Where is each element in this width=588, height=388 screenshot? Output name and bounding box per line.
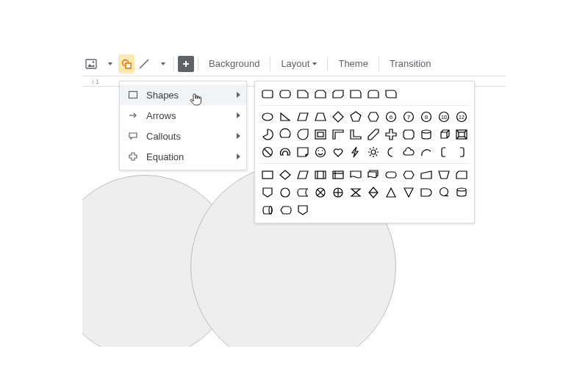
- shape-fc-connector[interactable]: [277, 184, 293, 201]
- shape-no-symbol[interactable]: [259, 144, 276, 160]
- shape-fc-document[interactable]: [348, 167, 364, 183]
- shape-block-arc[interactable]: [277, 144, 293, 160]
- shape-arc[interactable]: [418, 144, 434, 160]
- menu-item-equation[interactable]: Equation: [120, 146, 246, 167]
- shape-diagonal-stripe[interactable]: [365, 126, 381, 143]
- line-icon: [138, 58, 150, 70]
- shape-parallelogram[interactable]: [295, 109, 311, 125]
- menu-item-callouts[interactable]: Callouts: [120, 126, 246, 146]
- shape-heart[interactable]: [330, 144, 346, 160]
- shape-number-6[interactable]: 6: [383, 109, 399, 125]
- shape-number-12[interactable]: 12: [453, 109, 470, 125]
- insert-image-button[interactable]: [83, 54, 99, 73]
- svg-text:10: 10: [441, 115, 447, 120]
- shape-fc-process[interactable]: [259, 167, 276, 183]
- shape-fc-direct-storage[interactable]: [259, 202, 276, 218]
- menu-item-label: Arrows: [140, 110, 237, 121]
- svg-point-64: [457, 188, 466, 191]
- add-button[interactable]: [178, 56, 194, 72]
- shape-half-frame[interactable]: [330, 126, 346, 143]
- shape-sun[interactable]: [365, 144, 381, 160]
- toolbar-separator: [198, 57, 198, 71]
- theme-button[interactable]: Theme: [331, 54, 375, 73]
- shape-fc-connector-off[interactable]: [259, 184, 276, 201]
- shape-fc-decision[interactable]: [277, 167, 293, 183]
- shape-fc-manual-op[interactable]: [436, 167, 452, 183]
- layout-button[interactable]: Layout: [273, 54, 324, 73]
- shape-right-triangle[interactable]: [277, 109, 293, 125]
- shape-fc-predefined[interactable]: [312, 167, 329, 183]
- shape-fc-delay[interactable]: [418, 184, 434, 201]
- svg-line-33: [265, 149, 271, 156]
- shape-cube[interactable]: [436, 126, 452, 143]
- toolbar: Background Layout Theme Transition: [82, 51, 506, 76]
- shape-rounded-rect[interactable]: [277, 86, 293, 102]
- shape-l[interactable]: [348, 126, 364, 143]
- shape-can[interactable]: [418, 126, 434, 143]
- svg-text:12: 12: [459, 115, 465, 120]
- shape-fc-summing[interactable]: [312, 184, 329, 201]
- shape-bracket-left[interactable]: [436, 144, 452, 160]
- shape-round-diag[interactable]: [383, 86, 399, 102]
- insert-line-dropdown[interactable]: [154, 54, 170, 73]
- svg-rect-24: [318, 132, 323, 137]
- shape-fc-or[interactable]: [330, 184, 346, 201]
- shape-fc-card[interactable]: [453, 167, 470, 183]
- svg-text:8: 8: [425, 114, 429, 121]
- shape-fc-sort[interactable]: [365, 184, 381, 201]
- shape-pie[interactable]: [259, 126, 276, 143]
- shape-folded-corner[interactable]: [295, 144, 311, 160]
- shape-ellipse[interactable]: [259, 109, 276, 125]
- shape-plaque[interactable]: [401, 126, 417, 143]
- shape-pentagon[interactable]: [348, 109, 364, 125]
- menu-item-arrows[interactable]: Arrows: [120, 105, 246, 126]
- shape-fc-magnetic-disk[interactable]: [453, 184, 470, 201]
- transition-button[interactable]: Transition: [382, 54, 439, 73]
- shape-lightning[interactable]: [348, 144, 364, 160]
- caret-down-icon: [161, 62, 165, 65]
- shape-snip-diag[interactable]: [330, 86, 346, 102]
- shape-snip-corner[interactable]: [295, 86, 311, 102]
- background-button[interactable]: Background: [201, 54, 267, 73]
- svg-line-42: [370, 148, 371, 150]
- shape-plus-outline[interactable]: [383, 126, 399, 143]
- shape-trapezoid[interactable]: [312, 109, 329, 125]
- insert-line-button[interactable]: [136, 54, 152, 73]
- shape-round-single[interactable]: [348, 86, 364, 102]
- shape-smiley[interactable]: [312, 144, 329, 160]
- shape-snip-same-side[interactable]: [312, 86, 329, 102]
- shape-round-same-side[interactable]: [365, 86, 381, 102]
- shape-fc-preparation[interactable]: [401, 167, 417, 183]
- shape-hexagon[interactable]: [365, 109, 381, 125]
- shape-diamond[interactable]: [330, 109, 346, 125]
- shape-fc-stored-data[interactable]: [295, 184, 311, 201]
- shape-number-7[interactable]: 7: [401, 109, 417, 125]
- shape-fc-terminator[interactable]: [383, 167, 399, 183]
- svg-rect-8: [129, 92, 137, 98]
- menu-item-shapes[interactable]: Shapes: [120, 85, 246, 105]
- shape-fc-offpage[interactable]: [295, 202, 311, 218]
- shape-frame[interactable]: [312, 126, 329, 143]
- svg-point-37: [371, 150, 376, 154]
- shape-number-10[interactable]: 10: [436, 109, 452, 125]
- insert-image-dropdown[interactable]: [101, 54, 117, 73]
- shape-number-8[interactable]: 8: [418, 109, 434, 125]
- shape-bracket-right[interactable]: [453, 144, 470, 160]
- arrow-icon: [126, 110, 140, 121]
- shape-fc-data[interactable]: [295, 167, 311, 183]
- shape-chord[interactable]: [277, 126, 293, 143]
- shape-cloud[interactable]: [401, 144, 417, 160]
- shape-moon[interactable]: [383, 144, 399, 160]
- shape-fc-manual-input[interactable]: [418, 167, 434, 183]
- shape-fc-collate[interactable]: [348, 184, 364, 201]
- insert-shape-button[interactable]: [118, 54, 135, 73]
- shape-fc-seq-storage[interactable]: [436, 184, 452, 201]
- shape-fc-extract[interactable]: [383, 184, 399, 201]
- shape-fc-display[interactable]: [277, 202, 293, 218]
- shape-fc-merge[interactable]: [401, 184, 417, 201]
- shape-rectangle[interactable]: [259, 86, 276, 102]
- shape-fc-multidoc[interactable]: [365, 167, 381, 183]
- shape-teardrop[interactable]: [295, 126, 311, 143]
- shape-bevel[interactable]: [453, 126, 470, 143]
- shape-fc-internal[interactable]: [330, 167, 346, 183]
